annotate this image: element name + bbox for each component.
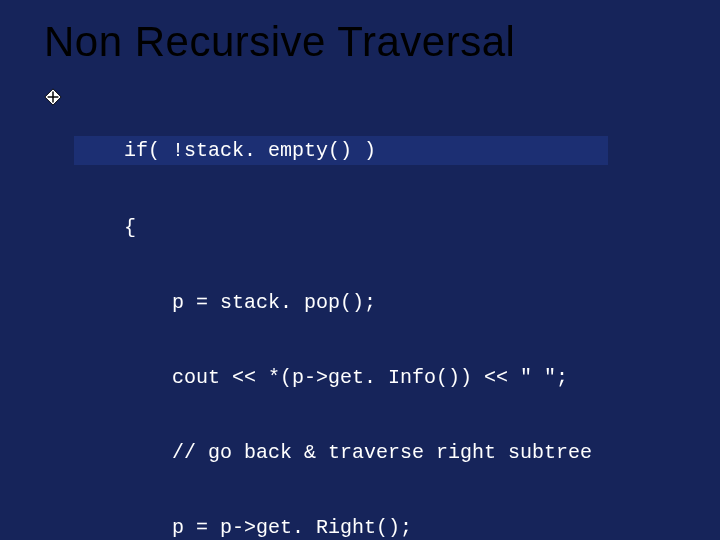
code-line: p = p->get. Right();: [76, 515, 608, 540]
code-line: // go back & traverse right subtree: [76, 440, 608, 465]
code-line: {: [76, 215, 608, 240]
slide: Non Recursive Traversal if( !stack. empt…: [0, 0, 720, 540]
code-line: p = stack. pop();: [76, 290, 608, 315]
diamond-plus-icon: [44, 88, 62, 110]
code-block: if( !stack. empty() ) { p = stack. pop()…: [76, 86, 608, 540]
content-area: if( !stack. empty() ) { p = stack. pop()…: [44, 86, 720, 540]
code-line: cout << *(p->get. Info()) << " ";: [76, 365, 608, 390]
slide-title: Non Recursive Traversal: [44, 18, 720, 66]
code-line-highlighted: if( !stack. empty() ): [74, 136, 608, 165]
